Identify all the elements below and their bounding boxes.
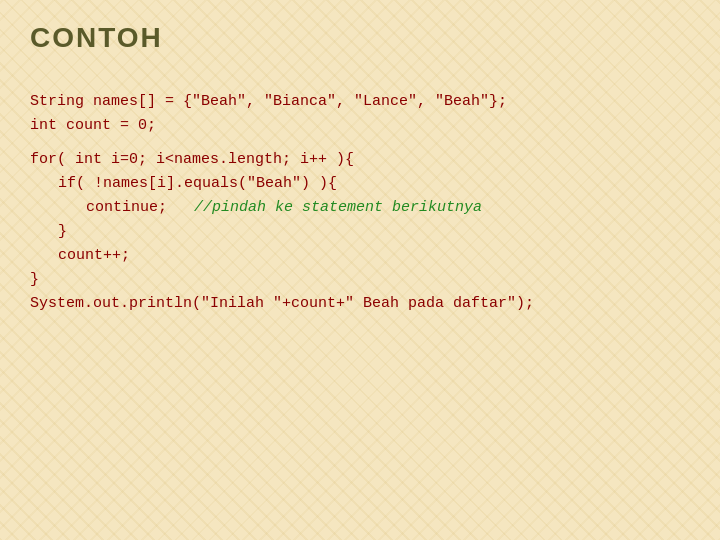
code-line-5: continue; //pindah ke statement berikutn…: [30, 196, 690, 220]
empty-line-1: [30, 138, 690, 148]
code-line-2: int count = 0;: [30, 114, 690, 138]
code-line-9: System.out.println("Inilah "+count+" Bea…: [30, 292, 690, 316]
code-line-7: count++;: [30, 244, 690, 268]
comment-1: //pindah ke statement berikutnya: [194, 199, 482, 216]
code-line-8: }: [30, 268, 690, 292]
code-line-1: String names[] = {"Beah", "Bianca", "Lan…: [30, 90, 690, 114]
code-line-4: if( !names[i].equals("Beah") ){: [30, 172, 690, 196]
code-line-3: for( int i=0; i<names.length; i++ ){: [30, 148, 690, 172]
slide-title: CONTOH: [30, 22, 163, 54]
code-block: String names[] = {"Beah", "Bianca", "Lan…: [30, 90, 690, 316]
code-line-6: }: [30, 220, 690, 244]
slide-container: CONTOH String names[] = {"Beah", "Bianca…: [0, 0, 720, 540]
